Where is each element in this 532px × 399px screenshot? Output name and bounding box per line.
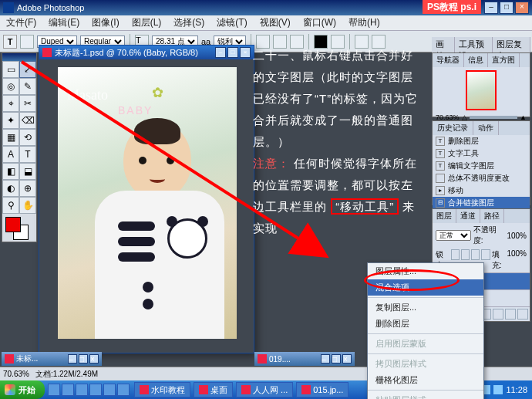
menu-file[interactable]: 文件(F)	[0, 15, 42, 31]
right-top-tabs: 画笔 工具预设 图层复合	[432, 37, 530, 52]
tool-button-14[interactable]: ◐	[2, 180, 19, 197]
fill-label: 填充:	[492, 249, 506, 271]
document-icon	[42, 48, 52, 57]
menu-image[interactable]: 图像(I)	[86, 15, 125, 31]
minimize-button[interactable]: –	[484, 2, 498, 14]
tool-button-17[interactable]: ✋	[19, 197, 36, 214]
tab-histogram[interactable]: 直方图	[488, 53, 520, 67]
ql-icon[interactable]	[117, 384, 130, 396]
menu-edit[interactable]: 编辑(E)	[42, 15, 86, 31]
tool-button-0[interactable]: ▭	[2, 61, 19, 78]
tab-history[interactable]: 历史记录	[433, 121, 473, 135]
taskbar-task[interactable]: 人人网 ...	[236, 382, 293, 397]
tool-button-13[interactable]: ⬓	[19, 163, 36, 180]
history-item[interactable]: ⊟合并链接图层	[433, 197, 530, 209]
lock-image-button[interactable]	[461, 249, 470, 260]
tab-navigator[interactable]: 导航器	[433, 53, 464, 67]
ql-icon[interactable]	[62, 384, 74, 396]
blend-mode-select[interactable]: 正常	[436, 230, 471, 241]
tab-actions[interactable]: 动作	[473, 121, 499, 135]
doc-minimize-button[interactable]: –	[215, 47, 226, 58]
task-icon	[140, 385, 149, 394]
context-menu-item[interactable]: 混合选项...	[368, 279, 483, 296]
tool-button-8[interactable]: ▦	[2, 129, 19, 146]
tool-button-9[interactable]: ⟲	[19, 129, 36, 146]
menu-filter[interactable]: 滤镜(T)	[210, 15, 253, 31]
clock[interactable]: 11:28	[506, 385, 527, 394]
menu-select[interactable]: 选择(S)	[167, 15, 210, 31]
tab-layercomps[interactable]: 图层复合	[493, 37, 530, 52]
tab-info[interactable]: 信息	[464, 53, 488, 67]
taskbar-task[interactable]: 水印教程	[134, 382, 190, 397]
tab-brushes[interactable]: 画笔	[432, 37, 455, 52]
fill-value[interactable]: 100%	[507, 249, 527, 271]
context-menu-item[interactable]: 删除图层	[368, 316, 483, 332]
maximize-button[interactable]: □	[500, 2, 513, 14]
foreground-color[interactable]	[5, 217, 21, 232]
document-canvas[interactable]: Masato ✿ BABY	[58, 67, 237, 339]
history-item[interactable]: T删除图层	[433, 135, 530, 147]
doc-maximize-button[interactable]: □	[227, 47, 238, 58]
lock-transparency-button[interactable]	[451, 249, 460, 260]
close-button[interactable]: ×	[515, 2, 529, 14]
layer-adjust-button[interactable]	[493, 309, 503, 320]
zoom-slider[interactable]	[470, 116, 518, 119]
tool-button-1[interactable]: ⤢	[19, 61, 36, 78]
layer-new-button[interactable]	[505, 309, 516, 320]
document-icon	[258, 354, 267, 363]
context-menu-item[interactable]: 栅格化图层	[368, 372, 483, 388]
doc-close-button[interactable]: ×	[240, 47, 251, 58]
start-button[interactable]: 开始	[0, 380, 45, 399]
taskbar-task[interactable]: 015.jp...	[296, 382, 348, 397]
lock-position-button[interactable]	[471, 249, 480, 260]
tool-button-16[interactable]: ⚲	[2, 197, 19, 214]
menu-window[interactable]: 窗口(W)	[297, 15, 342, 31]
orientation-toggle[interactable]	[20, 35, 34, 49]
tool-button-10[interactable]: A	[2, 146, 19, 163]
tool-button-15[interactable]: ⊕	[19, 180, 36, 197]
tool-button-6[interactable]: ✦	[2, 112, 19, 129]
docmin-2[interactable]: 019.... –□×	[254, 352, 355, 366]
taskbar-task[interactable]: 桌面	[194, 382, 233, 397]
photo-baby-head	[123, 121, 191, 198]
document-icon	[5, 354, 14, 363]
menu-help[interactable]: 帮助(H)	[342, 15, 386, 31]
tab-channels[interactable]: 通道	[456, 209, 480, 223]
tool-button-7[interactable]: ⌫	[19, 112, 36, 129]
history-item[interactable]: T文字工具	[433, 147, 530, 160]
ql-icon[interactable]	[76, 384, 88, 396]
tab-layers[interactable]: 图层	[433, 209, 456, 223]
status-zoom[interactable]: 70.63%	[3, 370, 29, 378]
tool-button-11[interactable]: T	[19, 146, 36, 163]
ql-icon[interactable]	[48, 384, 60, 396]
navigator-panel: 导航器 信息 直方图 70.63% △ ▲	[432, 52, 530, 117]
tool-button-3[interactable]: ✎	[19, 78, 36, 95]
color-swatches[interactable]	[2, 214, 36, 242]
tab-paths[interactable]: 路径	[480, 209, 504, 223]
tab-toolpresets[interactable]: 工具预设	[455, 37, 493, 52]
navigator-preview[interactable]	[466, 70, 497, 110]
history-item[interactable]: 总体不透明度更改	[433, 172, 530, 184]
menu-layer[interactable]: 图层(L)	[126, 15, 168, 31]
lock-all-button[interactable]	[481, 249, 490, 260]
type-tool-icon: T	[3, 35, 17, 49]
menu-view[interactable]: 视图(V)	[254, 15, 297, 31]
flower-icon: ✿	[152, 84, 166, 98]
ql-icon[interactable]	[103, 384, 116, 396]
docmin-1[interactable]: 未标... –□×	[2, 352, 102, 366]
history-item[interactable]: ▸移动	[433, 184, 530, 197]
context-menu-item[interactable]: 复制图层...	[368, 299, 483, 316]
tool-button-2[interactable]: ◎	[2, 78, 19, 95]
task-icon	[199, 385, 208, 394]
context-menu-item[interactable]: 图层属性...	[368, 263, 483, 279]
tool-button-5[interactable]: ✂	[19, 95, 36, 112]
document-titlebar[interactable]: 未标题-1.psd @ 70.6% (Baby, RGB/8) – □ ×	[39, 46, 254, 59]
tray-icon[interactable]	[493, 385, 503, 394]
tool-button-12[interactable]: ◧	[2, 163, 19, 180]
history-item[interactable]: T编辑文字图层	[433, 160, 530, 172]
ql-icon[interactable]	[89, 384, 102, 396]
tutorial-p1: 二十一、鼠标右键点击合并好的文字图层（此时的文字图层已经没有了“T”的标签，因为…	[253, 49, 418, 148]
layer-delete-button[interactable]	[517, 309, 528, 320]
opacity-value[interactable]: 100%	[507, 232, 527, 240]
tool-button-4[interactable]: ⌖	[2, 95, 19, 112]
